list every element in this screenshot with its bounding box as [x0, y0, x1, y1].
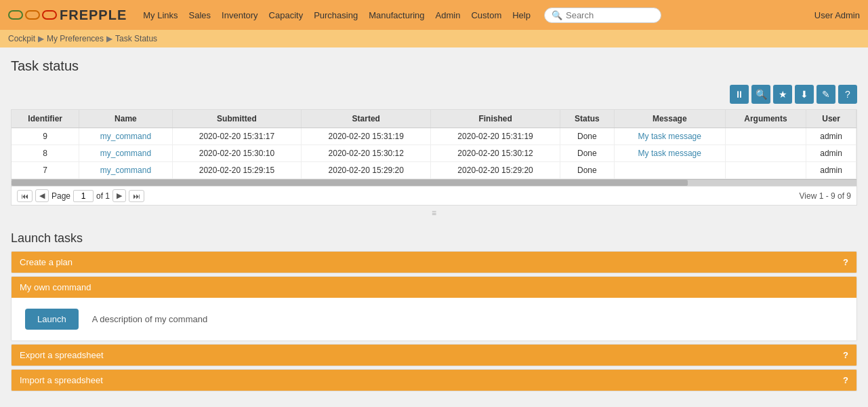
header: FREPPLE My Links Sales Inventory Capacit…	[0, 0, 868, 30]
pagination-next[interactable]: ▶	[112, 189, 126, 202]
cell-message-2[interactable]	[614, 162, 725, 179]
cell-arguments-2	[725, 162, 806, 179]
task-section-create-plan: Create a plan ?	[11, 251, 857, 273]
cell-submitted-0: 2020-02-20 15:31:17	[172, 128, 302, 145]
pagination-of-label: of 1	[96, 191, 110, 201]
cell-id-1: 8	[12, 145, 79, 162]
task-header-import-spreadsheet[interactable]: Import a spreadsheet ?	[12, 370, 856, 391]
nav-capacity[interactable]: Capacity	[269, 10, 304, 20]
task-question-export-spreadsheet[interactable]: ?	[843, 350, 848, 360]
scrollbar-thumb	[12, 180, 688, 186]
toolbar-star-btn[interactable]: ★	[773, 85, 792, 104]
toolbar-edit-btn[interactable]: ✎	[817, 85, 835, 104]
breadcrumb: Cockpit ▶ My Preferences ▶ Task Status	[0, 30, 868, 47]
cell-name-0[interactable]: my_command	[79, 128, 172, 145]
task-section-import-spreadsheet: Import a spreadsheet ?	[11, 369, 857, 391]
launch-button-my-own-command[interactable]: Launch	[25, 309, 79, 330]
logo-shape-orange	[25, 10, 40, 20]
task-label-my-own-command: My own command	[20, 282, 91, 292]
task-section-my-own-command: My own command Launch A description of m…	[11, 276, 857, 341]
table-row: 9 my_command 2020-02-20 15:31:17 2020-02…	[12, 128, 856, 145]
col-finished: Finished	[431, 110, 560, 128]
cell-status-1: Done	[560, 145, 615, 162]
logo-shape-red	[42, 10, 57, 20]
nav-inventory[interactable]: Inventory	[222, 10, 257, 20]
breadcrumb-my-preferences[interactable]: My Preferences	[47, 34, 104, 43]
pagination-prev[interactable]: ◀	[35, 189, 49, 202]
col-submitted: Submitted	[172, 110, 302, 128]
cell-user-2: admin	[806, 162, 856, 179]
breadcrumb-sep-1: ▶	[38, 34, 44, 43]
task-section-export-spreadsheet: Export a spreadsheet ?	[11, 344, 857, 366]
col-user: User	[806, 110, 856, 128]
task-header-export-spreadsheet[interactable]: Export a spreadsheet ?	[12, 345, 856, 366]
horizontal-scrollbar[interactable]	[12, 179, 856, 186]
cell-submitted-2: 2020-02-20 15:29:15	[172, 162, 302, 179]
task-question-import-spreadsheet[interactable]: ?	[843, 375, 848, 385]
nav-sales[interactable]: Sales	[189, 10, 211, 20]
search-input[interactable]	[566, 10, 654, 20]
task-label-create-plan: Create a plan	[20, 257, 73, 267]
task-question-create-plan[interactable]: ?	[843, 257, 848, 267]
cell-message-0[interactable]: My task message	[614, 128, 725, 145]
pagination-first[interactable]: ⏮	[17, 190, 33, 202]
nav-purchasing[interactable]: Purchasing	[314, 10, 358, 20]
cell-name-1[interactable]: my_command	[79, 145, 172, 162]
search-box[interactable]: 🔍	[544, 7, 661, 23]
cell-user-1: admin	[806, 145, 856, 162]
nav-admin[interactable]: Admin	[436, 10, 461, 20]
col-started: Started	[302, 110, 431, 128]
cell-arguments-1	[725, 145, 806, 162]
col-identifier: Identifier	[12, 110, 79, 128]
cell-finished-0: 2020-02-20 15:31:19	[431, 128, 560, 145]
user-admin[interactable]: User Admin	[814, 10, 860, 20]
breadcrumb-cockpit[interactable]: Cockpit	[8, 34, 35, 43]
task-label-import-spreadsheet: Import a spreadsheet	[20, 375, 103, 385]
cell-name-2[interactable]: my_command	[79, 162, 172, 179]
col-status: Status	[560, 110, 615, 128]
logo-shapes	[8, 10, 57, 20]
task-body-my-own-command: Launch A description of my command	[12, 298, 856, 341]
cell-status-0: Done	[560, 128, 615, 145]
page-title: Task status	[11, 58, 857, 74]
table-header-row: Identifier Name Submitted Started Finish…	[12, 110, 856, 128]
toolbar-pause-btn[interactable]: ⏸	[730, 85, 749, 104]
toolbar-download-btn[interactable]: ⬇	[795, 85, 814, 104]
cell-id-0: 9	[12, 128, 79, 145]
task-description-my-own-command: A description of my command	[92, 314, 208, 324]
cell-submitted-1: 2020-02-20 15:30:10	[172, 145, 302, 162]
pagination-view-info: View 1 - 9 of 9	[800, 191, 852, 201]
pagination-bar: ⏮ ◀ Page of 1 ▶ ⏭ View 1 - 9 of 9	[11, 187, 857, 206]
pagination-page-input[interactable]	[73, 190, 94, 202]
launch-tasks-title: Launch tasks	[11, 231, 857, 246]
task-header-my-own-command[interactable]: My own command	[12, 277, 856, 298]
cell-status-2: Done	[560, 162, 615, 179]
toolbar-search-btn[interactable]: 🔍	[751, 85, 770, 104]
breadcrumb-current: Task Status	[115, 34, 157, 43]
toolbar: ⏸ 🔍 ★ ⬇ ✎ ?	[11, 85, 857, 104]
breadcrumb-sep-2: ▶	[106, 34, 112, 43]
cell-arguments-0	[725, 128, 806, 145]
table-row: 7 my_command 2020-02-20 15:29:15 2020-02…	[12, 162, 856, 179]
logo-text: FREPPLE	[60, 7, 127, 23]
toolbar-help-btn[interactable]: ?	[838, 85, 857, 104]
nav-help[interactable]: Help	[512, 10, 531, 20]
pagination-last[interactable]: ⏭	[129, 190, 144, 202]
logo[interactable]: FREPPLE	[8, 7, 127, 23]
cell-started-2: 2020-02-20 15:29:20	[302, 162, 431, 179]
nav-custom[interactable]: Custom	[471, 10, 501, 20]
task-label-export-spreadsheet: Export a spreadsheet	[20, 350, 104, 360]
resize-handle[interactable]: ≡	[11, 208, 857, 218]
task-header-create-plan[interactable]: Create a plan ?	[12, 252, 856, 273]
cell-message-1[interactable]: My task message	[614, 145, 725, 162]
nav-my-links[interactable]: My Links	[143, 10, 178, 20]
task-table: Identifier Name Submitted Started Finish…	[12, 110, 856, 179]
main-content: Task status ⏸ 🔍 ★ ⬇ ✎ ? Identifier Name …	[0, 47, 868, 405]
search-icon: 🔍	[552, 10, 562, 20]
cell-user-0: admin	[806, 128, 856, 145]
logo-shape-green	[8, 10, 23, 20]
launch-tasks: Launch tasks Create a plan ? My own comm…	[11, 231, 857, 391]
nav-manufacturing[interactable]: Manufacturing	[369, 10, 424, 20]
col-arguments: Arguments	[725, 110, 806, 128]
col-message: Message	[614, 110, 725, 128]
